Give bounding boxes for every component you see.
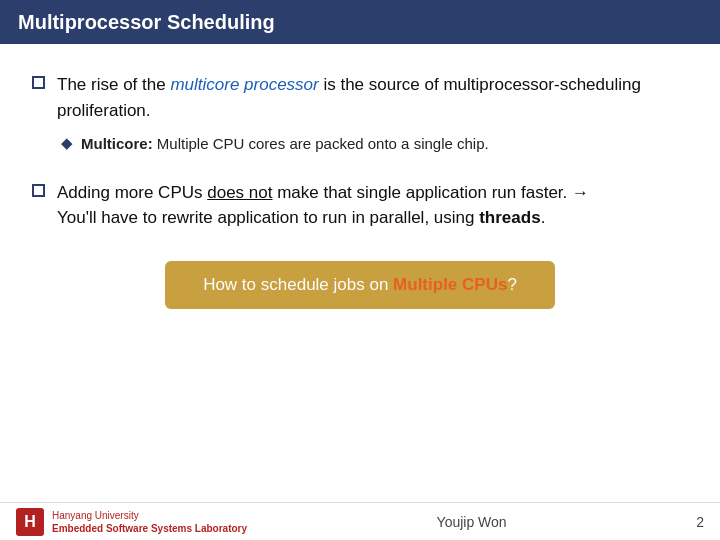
center-box-highlight: Multiple CPUs xyxy=(393,275,507,294)
diamond-icon: ◆ xyxy=(61,134,73,152)
center-box: How to schedule jobs on Multiple CPUs? xyxy=(165,261,555,309)
footer-page: 2 xyxy=(696,514,704,530)
bullet-2-text: Adding more CPUs does not make that sing… xyxy=(57,180,589,231)
slide-footer: H Hanyang University Embedded Software S… xyxy=(0,502,720,540)
header-title: Multiprocessor Scheduling xyxy=(18,11,275,34)
bullet-2-text-part1: Adding more CPUs xyxy=(57,183,207,202)
slide-content: The rise of the multicore processor is t… xyxy=(0,44,720,319)
footer-lab-text: Hanyang University Embedded Software Sys… xyxy=(52,509,247,535)
bullet-2-underline: does not xyxy=(207,183,272,202)
bullet-item-2: Adding more CPUs does not make that sing… xyxy=(32,180,688,231)
bullet-1-highlight: multicore processor xyxy=(170,75,318,94)
university-logo: H xyxy=(16,508,44,536)
footer-author: Youjip Won xyxy=(437,514,507,530)
slide-header: Multiprocessor Scheduling xyxy=(0,0,720,44)
center-box-wrapper: How to schedule jobs on Multiple CPUs? xyxy=(32,261,688,309)
bullet-item-1: The rise of the multicore processor is t… xyxy=(32,72,688,156)
bullet-1-text: The rise of the multicore processor is t… xyxy=(57,72,688,156)
center-box-text-after: ? xyxy=(507,275,516,294)
bullet-2-text-part2: make that single application run faster.… xyxy=(272,183,589,202)
university-name: Hanyang University xyxy=(52,509,247,522)
bullet-2-bold: threads xyxy=(479,208,540,227)
lab-name: Embedded Software Systems Laboratory xyxy=(52,522,247,535)
bullet-2-line2-before: You'll have to rewrite application to ru… xyxy=(57,208,479,227)
sub-bullet-1: ◆ Multicore: Multiple CPU cores are pack… xyxy=(61,133,688,156)
bullet-2-line2-after: . xyxy=(541,208,546,227)
logo-letter: H xyxy=(24,513,36,531)
bullet-square-1 xyxy=(32,76,45,89)
footer-logo: H Hanyang University Embedded Software S… xyxy=(16,508,247,536)
bullet-square-2 xyxy=(32,184,45,197)
center-box-text-before: How to schedule jobs on xyxy=(203,275,393,294)
sub-bullet-text: Multicore: Multiple CPU cores are packed… xyxy=(81,133,489,156)
bullet-1-text-before: The rise of the xyxy=(57,75,170,94)
